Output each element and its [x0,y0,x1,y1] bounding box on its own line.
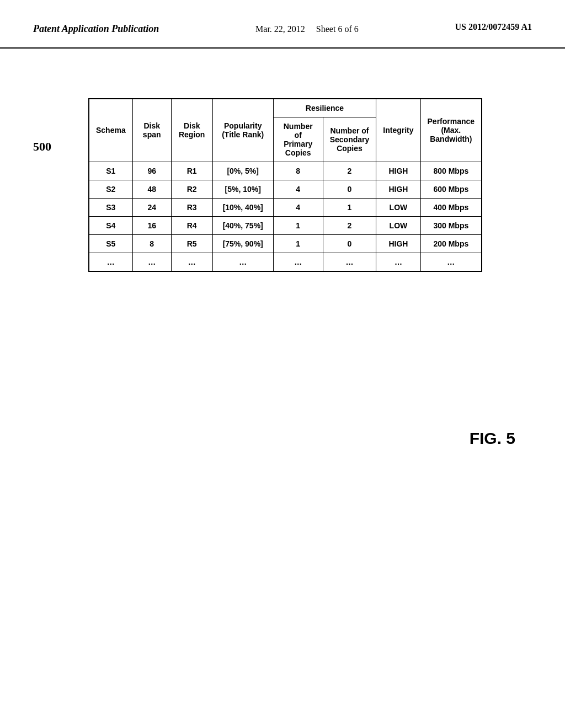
cell-primary-copies: 1 [273,234,323,253]
header-date-sheet: Mar. 22, 2012 Sheet 6 of 6 [255,22,359,36]
cell-integrity: LOW [376,198,420,216]
cell-schema: … [89,253,132,271]
col-header-popularity: Popularity (Title Rank) [212,99,273,162]
cell-schema: S2 [89,180,132,198]
cell-primary-copies: 1 [273,216,323,234]
cell-disk-span: … [132,253,171,271]
cell-popularity: … [212,253,273,271]
cell-performance: 600 Mbps [420,180,482,198]
cell-disk-region: R3 [171,198,212,216]
cell-performance: 200 Mbps [420,234,482,253]
cell-integrity: … [376,253,420,271]
page-header: Patent Application Publication Mar. 22, … [0,0,565,49]
header-date: Mar. 22, 2012 [255,24,305,34]
col-header-integrity: Integrity [376,99,420,162]
col-header-secondary-copies: Number of Secondary Copies [323,117,376,162]
col-header-disk-region: Disk Region [171,99,212,162]
cell-secondary-copies: 1 [323,198,376,216]
cell-secondary-copies: 0 [323,234,376,253]
header-row-top: Schema Disk span Disk Region Popularity … [89,99,482,117]
table-row: …………………… [89,253,482,271]
figure-label: FIG. 5 [470,429,515,448]
cell-integrity: HIGH [376,234,420,253]
data-table: Schema Disk span Disk Region Popularity … [88,98,482,272]
cell-performance: 400 Mbps [420,198,482,216]
cell-schema: S4 [89,216,132,234]
cell-popularity: [10%, 40%] [212,198,273,216]
cell-secondary-copies: 2 [323,216,376,234]
cell-disk-span: 48 [132,180,171,198]
header-sheet: Sheet 6 of 6 [316,24,359,34]
col-header-resilience: Resilience [273,99,376,117]
diagram-number: 500 [33,140,51,154]
cell-primary-copies: … [273,253,323,271]
cell-integrity: HIGH [376,180,420,198]
cell-disk-region: R4 [171,216,212,234]
table-container: Schema Disk span Disk Region Popularity … [88,98,532,272]
cell-disk-span: 16 [132,216,171,234]
table-row: S196R1[0%, 5%]82HIGH800 Mbps [89,162,482,180]
cell-schema: S5 [89,234,132,253]
patent-number: US 2012/0072459 A1 [455,22,532,32]
cell-disk-region: … [171,253,212,271]
cell-schema: S1 [89,162,132,180]
cell-secondary-copies: 0 [323,180,376,198]
cell-secondary-copies: 2 [323,162,376,180]
cell-disk-region: R5 [171,234,212,253]
col-header-primary-copies: Number of Primary Copies [273,117,323,162]
cell-popularity: [5%, 10%] [212,180,273,198]
cell-popularity: [0%, 5%] [212,162,273,180]
table-row: S324R3[10%, 40%]41LOW400 Mbps [89,198,482,216]
cell-performance: 800 Mbps [420,162,482,180]
cell-primary-copies: 4 [273,180,323,198]
cell-performance: 300 Mbps [420,216,482,234]
cell-popularity: [75%, 90%] [212,234,273,253]
cell-secondary-copies: … [323,253,376,271]
table-row: S58R5[75%, 90%]10HIGH200 Mbps [89,234,482,253]
cell-disk-span: 24 [132,198,171,216]
main-content: 500 Schema Disk span Disk Region Popul [0,54,565,294]
cell-schema: S3 [89,198,132,216]
col-header-disk-span: Disk span [132,99,171,162]
cell-primary-copies: 4 [273,198,323,216]
cell-integrity: HIGH [376,162,420,180]
cell-popularity: [40%, 75%] [212,216,273,234]
table-row: S416R4[40%, 75%]12LOW300 Mbps [89,216,482,234]
cell-disk-region: R1 [171,162,212,180]
cell-primary-copies: 8 [273,162,323,180]
col-header-schema: Schema [89,99,132,162]
cell-disk-span: 8 [132,234,171,253]
table-row: S248R2[5%, 10%]40HIGH600 Mbps [89,180,482,198]
col-header-performance: Performance (Max. Bandwidth) [420,99,482,162]
cell-performance: … [420,253,482,271]
cell-disk-region: R2 [171,180,212,198]
cell-disk-span: 96 [132,162,171,180]
cell-integrity: LOW [376,216,420,234]
table-body: S196R1[0%, 5%]82HIGH800 MbpsS248R2[5%, 1… [89,162,482,271]
publication-title: Patent Application Publication [33,22,159,36]
